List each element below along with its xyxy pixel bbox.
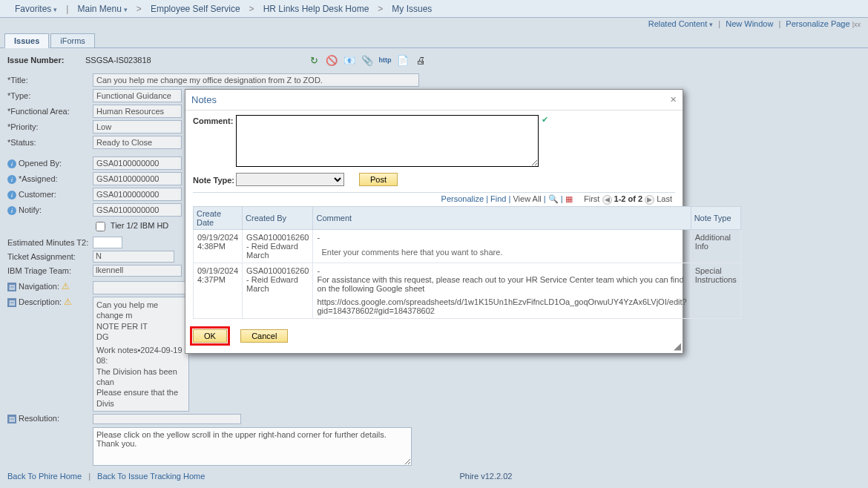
link-personalize[interactable]: Personalize xyxy=(441,194,484,203)
label-notify: iNotify: xyxy=(7,205,93,215)
field-description[interactable]: Can you help me change m NOTE PER IT DG … xyxy=(93,297,189,412)
col-note-type[interactable]: Note Type xyxy=(691,206,740,229)
col-create-date[interactable]: Create Date xyxy=(194,206,243,229)
notes-table: Create Date Created By Comment Note Type… xyxy=(193,206,741,319)
export-icon[interactable]: ▦ xyxy=(565,194,573,203)
prev-icon[interactable]: ◀ xyxy=(602,195,612,205)
zoom-icon[interactable]: 🔍 xyxy=(548,194,559,203)
modal-ok-button[interactable]: OK xyxy=(193,329,227,343)
col-created-by[interactable]: Created By xyxy=(243,206,313,229)
link-back-phire[interactable]: Back To Phire Home xyxy=(7,472,82,481)
value-issue-number: SSGSA-IS023818 xyxy=(85,56,278,65)
link-viewall[interactable]: View All xyxy=(513,194,541,203)
col-comment[interactable]: Comment xyxy=(313,206,691,229)
modal-title: Notes xyxy=(191,94,217,105)
modal-cancel-button[interactable]: Cancel xyxy=(240,329,288,343)
nav-mainmenu[interactable]: Main Menu xyxy=(68,4,136,14)
field-navigation[interactable] xyxy=(93,281,189,294)
cancel-icon[interactable]: 🚫 xyxy=(326,54,338,66)
label-triage-team: IBM Triage Team: xyxy=(7,266,93,275)
label-comment: Comment: xyxy=(193,115,236,125)
post-button[interactable]: Post xyxy=(359,173,398,186)
label-type: *Type: xyxy=(7,91,93,100)
resize-grip-icon[interactable]: ◢ xyxy=(674,340,681,352)
label-navigation: ▤Navigation: ⚠ xyxy=(7,281,93,291)
version-label: Phire v12.2.02 xyxy=(459,472,512,481)
close-icon[interactable]: ✕ xyxy=(670,95,677,105)
field-area[interactable]: Human Resources xyxy=(93,105,182,118)
checkbox-tier12[interactable] xyxy=(96,222,105,231)
notes-modal: Notes ✕ Comment: ✔ Note Type: Post Perso… xyxy=(185,89,683,354)
link-related-content[interactable]: Related Content xyxy=(648,19,714,28)
warn-icon: ⚠ xyxy=(64,297,72,307)
label-issue-number: Issue Number: xyxy=(7,56,85,65)
field-resolution-short[interactable] xyxy=(93,414,241,424)
breadcrumb-myissues[interactable]: My Issues xyxy=(383,4,441,14)
grid-range: 1-2 of 2 xyxy=(614,194,643,203)
label-status: *Status: xyxy=(7,138,93,147)
next-icon[interactable]: ▶ xyxy=(645,195,654,205)
field-est-minutes[interactable] xyxy=(93,237,122,248)
refresh-icon[interactable]: ↻ xyxy=(308,54,320,66)
mail-icon[interactable]: 📧 xyxy=(343,54,355,66)
field-status[interactable]: Ready to Close xyxy=(93,136,182,149)
field-resolution-text[interactable]: Please click on the yellow scroll in the… xyxy=(93,427,412,466)
field-triage-team[interactable]: lkennell xyxy=(93,265,182,277)
field-type[interactable]: Functional Guidance xyxy=(93,89,182,102)
label-area: *Functional Area: xyxy=(7,107,93,116)
warn-icon: ⚠ xyxy=(62,281,70,291)
attach-icon[interactable]: 📎 xyxy=(361,54,373,66)
label-note-type: Note Type: xyxy=(193,174,236,185)
label-est-minutes: Estimated Minutes T2: xyxy=(7,238,93,247)
link-back-tracking[interactable]: Back To Issue Tracking Home xyxy=(97,472,205,481)
http-icon[interactable]: http xyxy=(379,54,391,66)
tab-issues[interactable]: Issues xyxy=(4,33,49,48)
label-title: *Title: xyxy=(7,76,93,85)
label-description: ▤Description: ⚠ xyxy=(7,297,93,307)
grid-toolbar: Personalize | Find | View All | 🔍 | ▦ Fi… xyxy=(193,192,675,206)
label-resolution: ▤Resolution: xyxy=(7,414,93,423)
page-links: Related Content | New Window | Personali… xyxy=(0,18,868,31)
label-tier12: Tier 1/2 IBM HD xyxy=(111,221,168,230)
link-new-window[interactable]: New Window xyxy=(726,19,773,28)
label-ticket-assign: Ticket Assignment: xyxy=(7,252,93,261)
table-row: 09/19/2024 4:38PM GSA0100016260 - Reid E… xyxy=(194,229,741,263)
note-type-select[interactable] xyxy=(236,173,344,186)
tab-row: Issues iForms xyxy=(4,31,868,47)
comment-textarea[interactable] xyxy=(236,115,539,167)
breadcrumb-helpdesk[interactable]: HR Links Help Desk Home xyxy=(254,4,378,14)
field-opened-by[interactable]: GSA0100000000 xyxy=(93,156,182,170)
breadcrumb-bar: Favorites | Main Menu > Employee Self Se… xyxy=(0,0,868,18)
label-assigned: i*Assigned: xyxy=(7,174,93,184)
nav-first[interactable]: First xyxy=(584,194,599,203)
spellcheck-icon[interactable]: ✔ xyxy=(542,115,548,125)
link-find[interactable]: Find xyxy=(490,194,506,203)
print-icon[interactable]: 🖨 xyxy=(415,54,427,66)
label-priority: *Priority: xyxy=(7,122,93,131)
field-notify[interactable]: GSA0100000000 xyxy=(93,203,182,217)
field-customer[interactable]: GSA0100000000 xyxy=(93,188,182,201)
label-customer: iCustomer: xyxy=(7,190,93,200)
label-opened-by: iOpened By: xyxy=(7,159,93,168)
nav-favorites[interactable]: Favorites xyxy=(6,4,66,14)
field-priority[interactable]: Low xyxy=(93,120,182,133)
field-assigned[interactable]: GSA0100000000 xyxy=(93,172,182,185)
doc-icon[interactable]: 📄 xyxy=(397,54,409,66)
link-personalize-page[interactable]: Personalize Page xyxy=(786,19,849,28)
table-row: 09/19/2024 4:37PM GSA0100016260 - Reid E… xyxy=(194,263,741,318)
nav-last[interactable]: Last xyxy=(657,194,672,203)
field-title[interactable]: Can you help me change my office designa… xyxy=(93,73,419,87)
tab-iforms[interactable]: iForms xyxy=(50,33,95,48)
breadcrumb-ess[interactable]: Employee Self Service xyxy=(142,4,249,14)
field-ticket-assign[interactable]: N xyxy=(93,251,174,263)
